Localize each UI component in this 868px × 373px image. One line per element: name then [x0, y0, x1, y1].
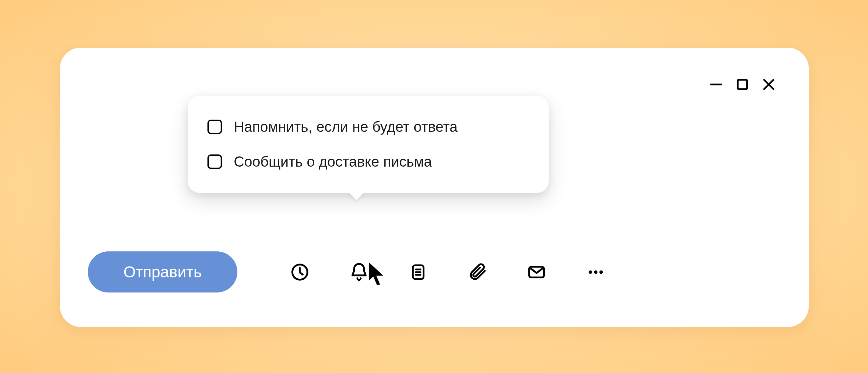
window-controls	[709, 77, 776, 92]
maximize-icon	[736, 78, 749, 91]
envelope-button[interactable]	[527, 262, 547, 282]
more-button[interactable]	[586, 262, 606, 282]
bell-icon	[349, 262, 369, 282]
clock-icon	[290, 262, 310, 282]
minimize-button[interactable]	[709, 77, 723, 92]
svg-point-12	[599, 270, 603, 274]
attach-button[interactable]	[468, 262, 487, 282]
compose-window: Напомнить, если не будет ответа Сообщить…	[60, 48, 809, 327]
paperclip-icon	[468, 262, 487, 282]
close-icon	[762, 78, 775, 91]
compose-toolbar	[290, 251, 606, 292]
send-button[interactable]: Отправить	[88, 251, 237, 292]
reminder-popover: Напомнить, если не будет ответа Сообщить…	[188, 96, 549, 193]
checkbox-remind-no-reply[interactable]	[208, 120, 222, 134]
more-icon	[586, 261, 606, 283]
document-icon	[409, 263, 427, 281]
svg-point-11	[594, 270, 598, 274]
envelope-icon	[527, 261, 547, 283]
schedule-send-button[interactable]	[290, 262, 310, 282]
template-button[interactable]	[408, 262, 428, 282]
svg-point-10	[589, 270, 592, 274]
reminder-button[interactable]	[349, 262, 369, 282]
popover-item-delivery-report[interactable]: Сообщить о доставке письма	[208, 149, 529, 175]
send-button-label: Отправить	[123, 263, 202, 281]
popover-item-label: Сообщить о доставке письма	[234, 153, 432, 170]
checkbox-delivery-report[interactable]	[208, 154, 222, 169]
close-button[interactable]	[762, 77, 776, 92]
maximize-button[interactable]	[735, 77, 750, 92]
popover-item-label: Напомнить, если не будет ответа	[234, 119, 458, 135]
minimize-icon	[710, 78, 723, 91]
svg-rect-1	[738, 80, 747, 89]
popover-item-remind-no-reply[interactable]: Напомнить, если не будет ответа	[208, 114, 529, 140]
